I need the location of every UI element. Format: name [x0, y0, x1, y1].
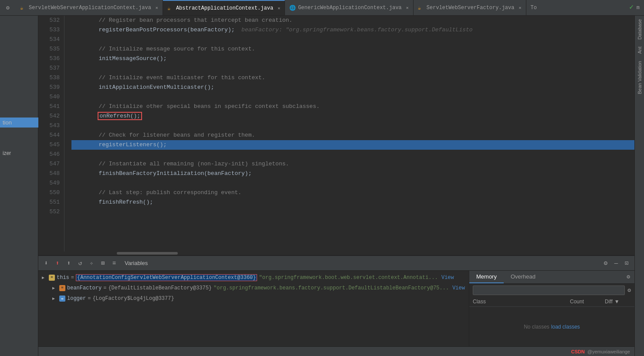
code-line-537 [71, 64, 634, 73]
settings-button[interactable]: ⚙ [0, 0, 16, 16]
tab-to[interactable]: To [526, 0, 541, 16]
variable-row-this[interactable]: ▶ = this = {AnnotationConfigServletWebSe… [38, 272, 469, 283]
tab-close-button-3[interactable]: ✕ [406, 5, 409, 10]
code-line-539: initApplicationEventMulticaster(); [71, 83, 634, 92]
equals-sign: = [71, 275, 74, 281]
memory-tab-overhead[interactable]: Overhead [504, 271, 542, 283]
evaluate-button[interactable]: ✧ [87, 259, 96, 268]
code-line-534 [71, 35, 634, 44]
memory-tab-gear[interactable]: ⚙ [622, 271, 634, 283]
tab-bar: ⚙ ☕ ServletWebServerApplicationContext.j… [0, 0, 644, 16]
code-line-546 [71, 150, 634, 159]
debug-toolbar: ⬇ ⬆ ⬆ ↺ ✧ ⊞ ≡ Variables ⚙ — ⊡ [38, 256, 634, 271]
view-link-this[interactable]: View [441, 275, 454, 281]
flat-view-button[interactable]: ≡ [110, 259, 119, 268]
code-line-541: // Initialize other special beans in spe… [71, 102, 634, 111]
code-line-551: finishRefresh(); [71, 198, 634, 207]
right-corner-label: m [632, 5, 644, 11]
tab-servlet-web[interactable]: ☕ ServletWebServerApplicationContext.jav… [16, 0, 163, 16]
settings-gear-button[interactable]: ⚙ [601, 259, 610, 268]
panel-toolbar-right: ⚙ — ⊡ [601, 259, 631, 268]
variable-name-logger: logger [67, 296, 86, 302]
tab-abstract-app[interactable]: ☕ AbstractApplicationContext.java ✕ [163, 0, 285, 16]
left-sidebar: tion izer [0, 16, 38, 356]
code-line-544: // Check for listener beans and register… [71, 131, 634, 140]
expand-icon[interactable]: ▶ [42, 275, 47, 280]
scrollbar-thumb[interactable] [117, 252, 178, 255]
right-sidebar-bean-validation[interactable]: Bean Validation [636, 57, 643, 97]
right-sidebar: Database Ant Bean Validation [634, 16, 644, 356]
step-into-button[interactable]: ⬆ [64, 259, 73, 268]
java-file-icon-3: 🌐 [289, 5, 295, 11]
column-diff: Diff ▼ [605, 299, 631, 305]
variable-value-beanFactory: "org.springframework.beans.factory.suppo… [214, 285, 449, 291]
code-line-540 [71, 92, 634, 102]
memory-search-gear-icon[interactable]: ⚙ [627, 287, 631, 294]
tab-close-button-4[interactable]: ✕ [519, 5, 521, 10]
variable-value-highlighted-this: {AnnotationConfigServletWebServerApplica… [76, 274, 257, 281]
code-line-549 [71, 178, 634, 188]
java-file-icon: ☕ [20, 5, 26, 11]
variable-name-beanFactory: beanFactory [67, 285, 102, 291]
variable-value-logger-id: {LogFactory$Log4jLog@3377} [92, 296, 174, 302]
variable-row-beanFactory[interactable]: ▶ = beanFactory = {DefaultListableBeanFa… [38, 283, 469, 293]
tab-close-button[interactable]: ✕ [156, 5, 158, 10]
memory-panel: Memory Overhead ⚙ ⚙ Class Count Diff ▼ [469, 271, 634, 346]
line-numbers: 532 533 534 535 536 537 538 539 540 541 … [38, 16, 64, 252]
tab-generic-web[interactable]: 🌐 GenericWebApplicationContext.java ✕ [285, 0, 414, 16]
column-count: Count [570, 299, 605, 305]
variables-label: Variables [125, 260, 148, 266]
tab-label: ServletWebServerApplicationContext.java [29, 5, 151, 11]
run-to-cursor-button[interactable]: ↺ [76, 259, 85, 268]
sidebar-item-izer[interactable]: izer [0, 148, 14, 158]
right-sidebar-database[interactable]: Database [636, 16, 643, 43]
memory-search-input[interactable] [473, 285, 625, 295]
code-line-552 [71, 207, 634, 217]
variables-content: ▶ = this = {AnnotationConfigServletWebSe… [38, 271, 634, 346]
tab-close-button-2[interactable]: ✕ [278, 6, 280, 11]
variable-icon: = [49, 275, 55, 281]
tab-label: ServletWebServerFactory.java [427, 5, 515, 11]
step-over-button[interactable]: ⬇ [42, 259, 51, 268]
variable-row-logger[interactable]: ▶ ∞ logger = {LogFactory$Log4jLog@3377} [38, 293, 469, 304]
memory-tab-memory[interactable]: Memory [469, 271, 504, 283]
tab-label: GenericWebApplicationContext.java [298, 5, 402, 11]
table-view-button[interactable]: ⊞ [98, 259, 107, 268]
code-line-543 [71, 121, 634, 131]
code-line-536: initMessageSource(); [71, 54, 634, 64]
code-line-538: // Initialize event multicaster for this… [71, 73, 634, 83]
expand-icon-3[interactable]: ▶ [52, 296, 58, 301]
memory-search-bar: ⚙ [469, 284, 634, 297]
load-classes-link[interactable]: load classes [551, 324, 580, 330]
memory-table-header: Class Count Diff ▼ [469, 297, 634, 307]
variable-value-beanFactory-id: {DefaultListableBeanFactory@3375} [108, 285, 212, 291]
main-layout: tion izer 532 533 534 535 536 537 538 53… [0, 16, 644, 356]
column-class: Class [473, 299, 570, 305]
sidebar-item-tion[interactable]: tion [0, 118, 38, 128]
variable-value-this: "org.springframework.boot.web.servlet.co… [259, 275, 437, 281]
variable-icon-2: = [59, 285, 65, 291]
no-classes-text: No classes [524, 324, 549, 330]
tab-to-label: To [531, 5, 537, 11]
variable-icon-3: ∞ [59, 296, 65, 302]
code-line-550: // Last step: publish corresponding even… [71, 188, 634, 198]
status-bar: CSDN @yemuxiaweiliange [38, 346, 634, 356]
expand-icon-2[interactable]: ▶ [52, 285, 58, 291]
layout-button[interactable]: ⊡ [622, 259, 631, 268]
memory-body: No classes load classes [469, 307, 634, 346]
memory-tabs: Memory Overhead ⚙ [469, 271, 634, 284]
tab-label: AbstractApplicationContext.java [176, 5, 273, 11]
tab-servlet-factory[interactable]: ☕ ServletWebServerFactory.java ✕ [414, 0, 526, 16]
view-link-beanFactory[interactable]: View [452, 285, 465, 291]
step-out-button[interactable]: ⬆ [53, 259, 62, 268]
minimize-button[interactable]: — [612, 259, 620, 268]
horizontal-scrollbar[interactable] [38, 252, 634, 255]
code-content[interactable]: // Register bean processors that interce… [64, 16, 634, 252]
watermark-text: @yemuxiaweiliange [587, 349, 630, 354]
java-file-icon-4: ☕ [418, 5, 424, 11]
equals-sign-3: = [88, 296, 91, 302]
right-sidebar-ant[interactable]: Ant [636, 43, 643, 57]
equals-sign-2: = [103, 285, 106, 291]
code-line-532: // Register bean processors that interce… [71, 16, 634, 25]
code-line-542: onRefresh(); [71, 111, 634, 121]
